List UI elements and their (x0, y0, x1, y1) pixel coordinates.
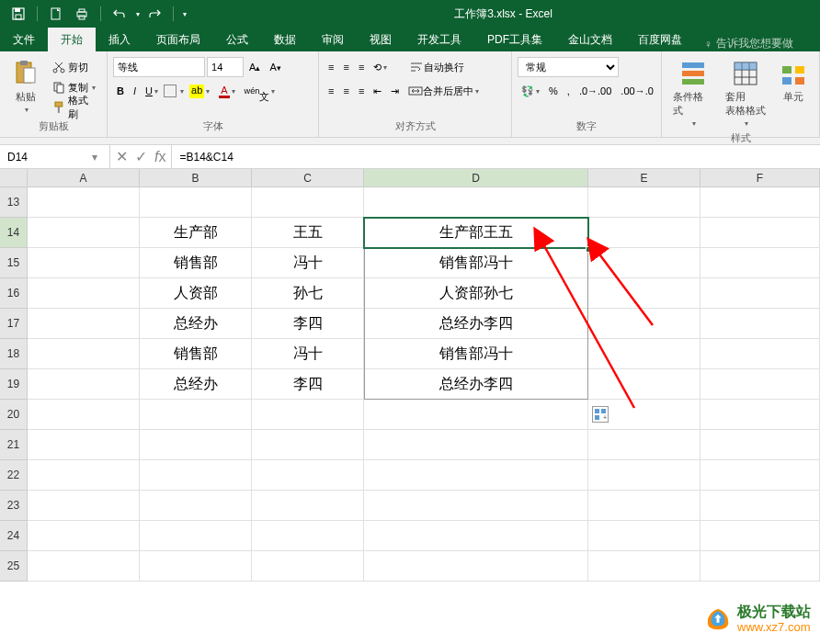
increase-decimal-button[interactable]: .0→.00 (575, 84, 615, 98)
cell-C23[interactable] (252, 491, 364, 521)
cancel-formula-button[interactable]: ✕ (116, 148, 128, 165)
conditional-format-button[interactable]: 条件格式▾ (667, 57, 718, 130)
cell-F22[interactable] (700, 460, 820, 491)
fx-button[interactable]: fx (154, 149, 165, 165)
currency-button[interactable]: 💱▾ (518, 84, 543, 99)
cell-D24[interactable] (364, 521, 588, 551)
undo-icon[interactable] (108, 3, 131, 25)
row-header-14[interactable]: 14 (0, 218, 28, 248)
phonetic-button[interactable]: wén文▾ (241, 77, 279, 106)
tab-insert[interactable]: 插入 (96, 28, 143, 51)
row-header-24[interactable]: 24 (0, 521, 28, 551)
save-icon[interactable] (7, 3, 29, 25)
name-box[interactable]: D14 ▾ (0, 145, 110, 168)
cell-D21[interactable] (364, 430, 588, 460)
cut-button[interactable]: 剪切 (48, 57, 101, 77)
tab-home[interactable]: 开始 (48, 28, 96, 51)
cell-E17[interactable] (588, 309, 700, 339)
cell-D18[interactable]: 销售部冯十 (364, 339, 588, 369)
cell-A20[interactable] (28, 400, 140, 430)
cell-E24[interactable] (588, 521, 700, 551)
cell-E21[interactable] (588, 430, 700, 460)
cell-A14[interactable] (28, 218, 140, 248)
cell-C17[interactable]: 李四 (252, 309, 364, 339)
row-header-21[interactable]: 21 (0, 430, 28, 460)
cell-F20[interactable] (700, 400, 820, 430)
merge-center-button[interactable]: 合并后居中▾ (404, 83, 483, 100)
decrease-indent-button[interactable]: ⇤ (370, 84, 385, 99)
cell-F24[interactable] (700, 521, 820, 551)
tell-me-search[interactable]: ♀ 告诉我您想要做 (704, 36, 793, 51)
cell-C19[interactable]: 李四 (252, 369, 364, 400)
cell-B21[interactable] (140, 430, 252, 460)
cell-B24[interactable] (140, 521, 252, 551)
number-format-select[interactable]: 常规 (518, 57, 619, 77)
cell-E23[interactable] (588, 491, 700, 521)
orientation-button[interactable]: ⟲▾ (370, 60, 391, 75)
cell-D22[interactable] (364, 460, 588, 491)
cell-A23[interactable] (28, 491, 140, 521)
cell-E13[interactable] (588, 187, 700, 218)
italic-button[interactable]: I (130, 84, 140, 98)
fill-color-button[interactable]: ab▾ (186, 83, 213, 100)
row-header-19[interactable]: 19 (0, 369, 28, 400)
cell-C16[interactable]: 孙七 (252, 278, 364, 309)
cell-C14[interactable]: 王五 (252, 218, 364, 248)
tab-view[interactable]: 视图 (357, 28, 404, 51)
col-header-F[interactable]: F (700, 169, 820, 187)
new-file-icon[interactable] (45, 3, 67, 25)
tab-page-layout[interactable]: 页面布局 (143, 28, 213, 51)
format-table-button[interactable]: 套用 表格格式▾ (720, 57, 771, 130)
tab-baidu[interactable]: 百度网盘 (625, 28, 695, 51)
cell-E14[interactable] (588, 218, 700, 248)
cell-C18[interactable]: 冯十 (252, 339, 364, 369)
cell-A25[interactable] (28, 551, 140, 582)
cell-D23[interactable] (364, 491, 588, 521)
cell-A21[interactable] (28, 430, 140, 460)
cell-D14[interactable]: 生产部王五 (364, 218, 588, 248)
cell-A24[interactable] (28, 521, 140, 551)
row-header-23[interactable]: 23 (0, 491, 28, 521)
cell-F13[interactable] (700, 187, 820, 218)
row-header-25[interactable]: 25 (0, 551, 28, 582)
cell-B16[interactable]: 人资部 (140, 278, 252, 309)
cell-C15[interactable]: 冯十 (252, 248, 364, 278)
cell-B18[interactable]: 销售部 (140, 339, 252, 369)
autofill-options-button[interactable]: + (592, 406, 609, 423)
decrease-decimal-button[interactable]: .00→.0 (617, 84, 656, 98)
cell-F23[interactable] (700, 491, 820, 521)
increase-indent-button[interactable]: ⇥ (387, 84, 403, 99)
tab-file[interactable]: 文件 (0, 28, 48, 51)
cell-A15[interactable] (28, 248, 140, 278)
tab-formulas[interactable]: 公式 (213, 28, 261, 51)
tab-developer[interactable]: 开发工具 (404, 28, 474, 51)
cell-A22[interactable] (28, 460, 140, 491)
bold-button[interactable]: B (113, 84, 128, 98)
cell-D17[interactable]: 总经办李四 (364, 309, 588, 339)
name-box-dropdown[interactable]: ▾ (87, 151, 102, 164)
cell-C21[interactable] (252, 430, 364, 460)
cell-C25[interactable] (252, 551, 364, 582)
align-left-button[interactable]: ≡ (325, 84, 337, 98)
fill-handle[interactable] (586, 246, 592, 253)
font-color-button[interactable]: A▾ (215, 83, 238, 100)
cell-B20[interactable] (140, 400, 252, 430)
format-painter-button[interactable]: 格式刷 (48, 97, 101, 118)
cell-B15[interactable]: 销售部 (140, 248, 252, 278)
cell-D20[interactable] (364, 400, 588, 430)
cell-E25[interactable] (588, 551, 700, 582)
row-header-17[interactable]: 17 (0, 309, 28, 339)
tab-pdf-tools[interactable]: PDF工具集 (474, 28, 555, 51)
tab-data[interactable]: 数据 (261, 28, 309, 51)
border-button[interactable] (164, 85, 177, 97)
comma-button[interactable]: , (564, 84, 574, 98)
cell-B25[interactable] (140, 551, 252, 582)
cell-D25[interactable] (364, 551, 588, 582)
percent-button[interactable]: % (545, 84, 562, 98)
print-icon[interactable] (71, 3, 93, 25)
cell-C22[interactable] (252, 460, 364, 491)
cell-C24[interactable] (252, 521, 364, 551)
row-header-20[interactable]: 20 (0, 400, 28, 430)
cell-E15[interactable] (588, 248, 700, 278)
align-middle-button[interactable]: ≡ (339, 60, 352, 74)
